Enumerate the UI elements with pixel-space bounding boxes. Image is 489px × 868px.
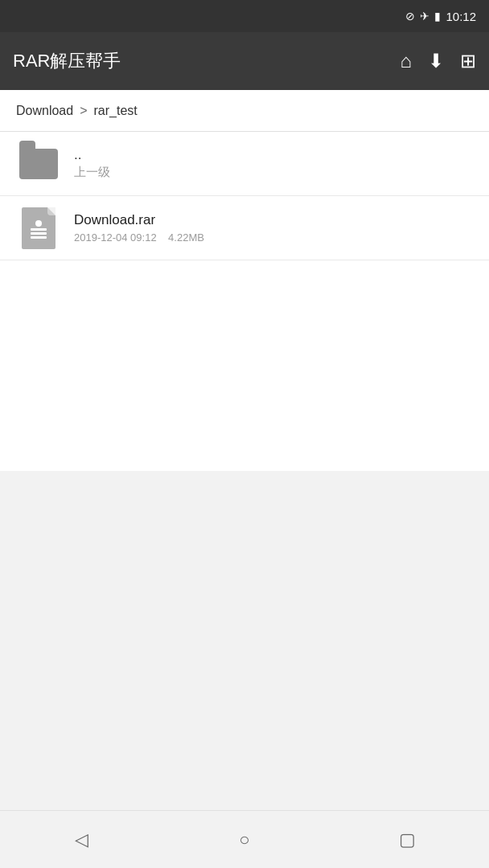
app-title: RAR解压帮手 (13, 49, 401, 73)
zipper-line-1 (31, 228, 47, 231)
zipper-line-3 (31, 236, 47, 239)
back-icon: ◁ (75, 829, 88, 850)
zipper-lines (31, 220, 47, 239)
battery-icon: ▮ (434, 10, 441, 23)
status-time: 10:12 (446, 10, 476, 23)
breadcrumb-parent[interactable]: Download (16, 104, 73, 118)
rar-icon-container (16, 206, 61, 251)
parent-label: 上一级 (74, 165, 473, 180)
zipper-dot (35, 220, 42, 227)
breadcrumb-current: rar_test (94, 104, 138, 118)
app-bar: RAR解压帮手 ⌂ ⬇ ⊞ (0, 32, 489, 90)
rar-file-date: 2019-12-04 09:12 (74, 231, 157, 244)
nav-bar: ◁ ○ ▢ (0, 810, 489, 868)
list-item-rar[interactable]: Download.rar 2019-12-04 09:12 4.22MB (0, 196, 489, 260)
home-nav-icon: ○ (239, 829, 249, 850)
parent-info: .. 上一级 (74, 147, 473, 180)
no-sim-icon: ⊘ (405, 10, 415, 23)
list-item-parent[interactable]: .. 上一级 (0, 132, 489, 196)
empty-area (0, 471, 489, 810)
recent-icon: ▢ (399, 829, 416, 850)
breadcrumb[interactable]: Download > rar_test (0, 90, 489, 132)
home-nav-button[interactable]: ○ (220, 816, 269, 864)
rar-file-size: 4.22MB (168, 231, 204, 244)
status-bar: ⊘ ✈ ▮ 10:12 (0, 0, 489, 32)
rar-file-shape (22, 207, 55, 249)
rar-file-meta: 2019-12-04 09:12 4.22MB (74, 231, 473, 244)
zipper-line-2 (31, 232, 47, 235)
app-bar-icons: ⌂ ⬇ ⊞ (401, 50, 477, 72)
rar-file-info: Download.rar 2019-12-04 09:12 4.22MB (74, 212, 473, 244)
folder-icon (16, 141, 61, 186)
download-icon[interactable]: ⬇ (428, 50, 444, 72)
parent-dots: .. (74, 147, 473, 163)
rar-file-name: Download.rar (74, 212, 473, 228)
breadcrumb-separator: > (80, 104, 87, 118)
recent-button[interactable]: ▢ (384, 816, 432, 864)
back-button[interactable]: ◁ (57, 816, 105, 864)
airplane-icon: ✈ (420, 10, 429, 23)
file-list: .. 上一级 Download.rar 2019-12-04 09:12 4.2… (0, 132, 489, 471)
folder-shape (19, 149, 58, 179)
home-icon[interactable]: ⌂ (401, 50, 413, 72)
status-icons: ⊘ ✈ ▮ 10:12 (405, 10, 476, 23)
grid-icon[interactable]: ⊞ (460, 50, 476, 72)
